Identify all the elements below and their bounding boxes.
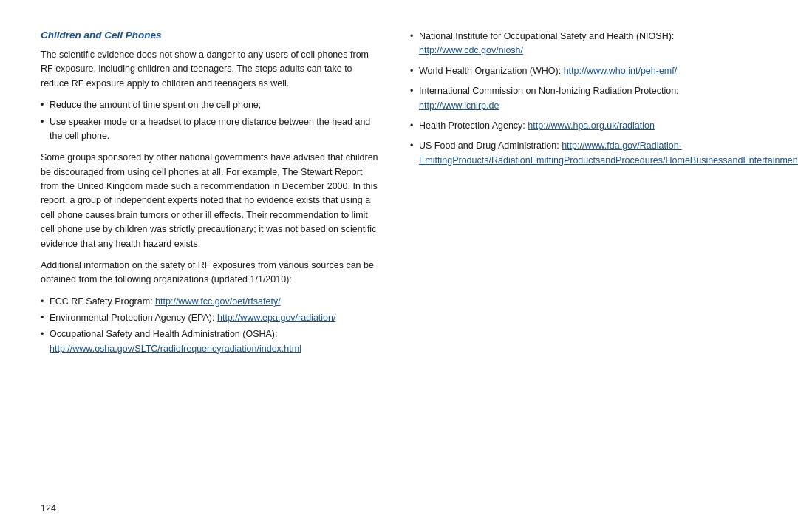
fcc-link[interactable]: http://www.fcc.gov/oet/rfsafety/ bbox=[155, 296, 281, 307]
osha-link[interactable]: http://www.osha.gov/SLTC/radiofrequencyr… bbox=[50, 344, 301, 354]
fcc-label: FCC RF Safety Program: bbox=[50, 296, 155, 307]
fda-label: US Food and Drug Administration: bbox=[419, 140, 562, 151]
list-item-hpa: Health Protection Agency: http://www.hpa… bbox=[410, 119, 757, 133]
right-column: National Institute for Occupational Safe… bbox=[410, 30, 757, 502]
niosh-label: National Institute for Occupational Safe… bbox=[419, 31, 674, 41]
left-column: Children and Cell Phones The scientific … bbox=[41, 30, 381, 502]
paragraph-3: Additional information on the safety of … bbox=[41, 259, 381, 287]
list-item: Use speaker mode or a headset to place m… bbox=[41, 115, 381, 144]
list-item-osha: Occupational Safety and Health Administr… bbox=[41, 327, 381, 356]
page-container: Children and Cell Phones The scientific … bbox=[0, 0, 798, 532]
section-title: Children and Cell Phones bbox=[41, 30, 381, 41]
paragraph-2: Some groups sponsored by other national … bbox=[41, 151, 381, 251]
hpa-link[interactable]: http://www.hpa.org.uk/radiation bbox=[528, 120, 655, 131]
paragraph-1: The scientific evidence does not show a … bbox=[41, 48, 381, 91]
who-link[interactable]: http://www.who.int/peh-emf/ bbox=[564, 66, 678, 76]
epa-label: Environmental Protection Agency (EPA): bbox=[50, 313, 217, 323]
list-item-icnirp: International Commission on Non-Ionizing… bbox=[410, 84, 757, 113]
hpa-label: Health Protection Agency: bbox=[419, 120, 528, 131]
list-item-who: World Health Organization (WHO): http://… bbox=[410, 64, 757, 78]
epa-link[interactable]: http://www.epa.gov/radiation/ bbox=[217, 313, 336, 323]
list-item-epa: Environmental Protection Agency (EPA): h… bbox=[41, 311, 381, 325]
right-bullet-list: National Institute for Occupational Safe… bbox=[410, 30, 757, 168]
list-item-fda: US Food and Drug Administration: http://… bbox=[410, 139, 757, 168]
list-item-fcc: FCC RF Safety Program: http://www.fcc.go… bbox=[41, 295, 381, 309]
content-columns: Children and Cell Phones The scientific … bbox=[41, 30, 757, 502]
bullet-list-2: FCC RF Safety Program: http://www.fcc.go… bbox=[41, 295, 381, 357]
list-item-niosh: National Institute for Occupational Safe… bbox=[410, 30, 757, 58]
bullet-list-1: Reduce the amount of time spent on the c… bbox=[41, 98, 381, 143]
list-item: Reduce the amount of time spent on the c… bbox=[41, 98, 381, 112]
niosh-link[interactable]: http://www.cdc.gov/niosh/ bbox=[419, 45, 523, 55]
icnirp-label: International Commission on Non-Ionizing… bbox=[419, 86, 679, 96]
who-label: World Health Organization (WHO): bbox=[419, 66, 564, 76]
page-number: 124 bbox=[41, 503, 56, 514]
icnirp-link[interactable]: http://www.icnirp.de bbox=[419, 100, 499, 111]
osha-label: Occupational Safety and Health Administr… bbox=[50, 329, 277, 339]
